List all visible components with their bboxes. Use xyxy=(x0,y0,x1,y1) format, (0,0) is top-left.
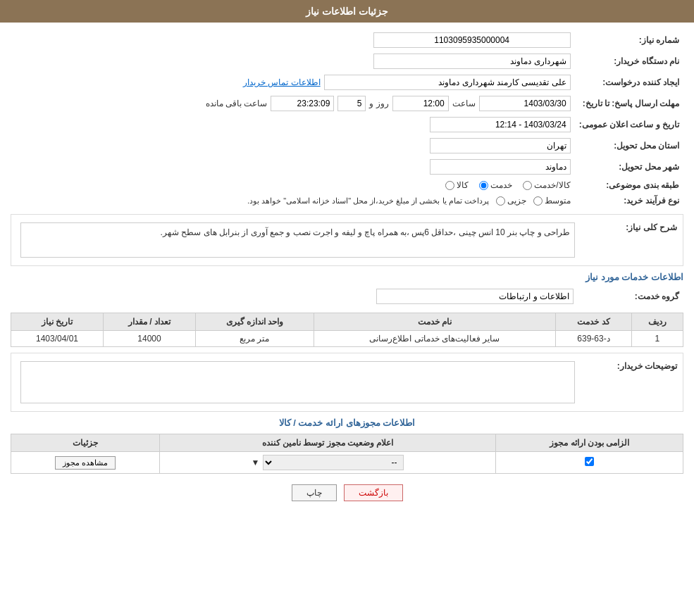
announce-input[interactable] xyxy=(430,117,571,132)
remaining-label: ساعت باقی مانده xyxy=(206,99,268,108)
col-row: ردیف xyxy=(631,313,683,331)
request-number-input[interactable] xyxy=(373,32,571,48)
creator-label: ایجاد کننده درخواست: xyxy=(575,72,683,93)
permit-col-details: جزئیات xyxy=(11,434,160,452)
deadline-label: مهلت ارسال پاسخ: تا تاریخ: xyxy=(575,93,683,114)
general-desc-row: شرح کلی نیاز: طراحی و چاپ بنر 10 انس چین… xyxy=(17,220,677,260)
col-code: کد خدمت xyxy=(556,313,632,331)
general-desc-box: طراحی و چاپ بنر 10 انس چینی ،حداقل 6پس ،… xyxy=(20,222,575,258)
cell-date: 1403/04/01 xyxy=(11,331,104,347)
page-title: جزئیات اطلاعات نیاز xyxy=(306,6,388,17)
col-unit: واحد اندازه گیری xyxy=(195,313,314,331)
purchase-description: پرداخت تمام یا بخشی از مبلغ خرید،از محل … xyxy=(247,196,489,206)
col-qty: تعداد / مقدار xyxy=(104,313,196,331)
contact-link[interactable]: اطلاعات تماس خریدار xyxy=(243,77,321,87)
general-desc-value: طراحی و چاپ بنر 10 انس چینی ،حداقل 6پس ،… xyxy=(17,220,578,260)
buyer-notes-label: توضیحات خریدار: xyxy=(578,359,677,373)
view-permit-button[interactable]: مشاهده مجوز xyxy=(55,456,116,470)
buyer-notes-value xyxy=(17,359,578,406)
buyer-notes-row: توضیحات خریدار: xyxy=(17,359,677,406)
page-header: جزئیات اطلاعات نیاز xyxy=(0,0,694,23)
bottom-buttons: بازگشت چاپ xyxy=(11,484,683,501)
back-button[interactable]: بازگشت xyxy=(344,484,403,501)
deadline-remaining-input[interactable] xyxy=(271,96,334,111)
permit-status-select[interactable]: -- xyxy=(263,455,404,470)
permits-title: اطلاعات مجوزهای ارائه خدمت / کالا xyxy=(11,417,683,428)
province-label: استان محل تحویل: xyxy=(575,135,683,156)
cell-row: 1 xyxy=(631,331,683,347)
category-kala-label: کالا xyxy=(457,180,469,190)
cell-code: د-63-639 xyxy=(556,331,632,347)
row-service-group: گروه خدمت: xyxy=(11,286,683,307)
permit-col-required: الزامی بودن ارائه مجوز xyxy=(496,434,683,452)
radio-motaset[interactable] xyxy=(533,196,543,206)
category-khedmat-item: خدمت xyxy=(479,180,512,190)
cell-unit: متر مربع xyxy=(195,331,314,347)
permit-status-cell: -- ▼ xyxy=(159,452,496,474)
service-group-input[interactable] xyxy=(376,289,574,304)
services-data-table: ردیف کد خدمت نام خدمت واحد اندازه گیری ت… xyxy=(11,313,683,347)
permits-table: الزامی بودن ارائه مجوز اعلام وضعیت مجوز … xyxy=(11,434,683,474)
col-name: نام خدمت xyxy=(314,313,555,331)
province-value xyxy=(11,135,575,156)
category-label: طبقه بندی موضوعی: xyxy=(575,177,683,193)
radio-kala[interactable] xyxy=(445,181,454,190)
buyer-org-label: نام دستگاه خریدار: xyxy=(575,51,683,72)
cell-qty: 14000 xyxy=(104,331,196,347)
time-label: ساعت xyxy=(452,99,476,108)
province-input[interactable] xyxy=(430,138,571,153)
permit-required-checkbox[interactable] xyxy=(585,457,594,466)
purchase-jozii-item: جزیی xyxy=(496,196,526,206)
request-number-value xyxy=(11,30,575,51)
city-label: شهر محل تحویل: xyxy=(575,156,683,177)
info-table: شماره نیاز: نام دستگاه خریدار: ایجاد کنن… xyxy=(11,30,683,208)
service-group-table: گروه خدمت: xyxy=(11,286,683,307)
table-row: 1 د-63-639 سایر فعالیت‌های خدماتی اطلاع‌… xyxy=(11,331,683,347)
main-content: شماره نیاز: نام دستگاه خریدار: ایجاد کنن… xyxy=(0,23,694,519)
row-province: استان محل تحویل: xyxy=(11,135,683,156)
request-number-label: شماره نیاز: xyxy=(575,30,683,51)
purchase-motaset-label: متوسط xyxy=(545,196,571,206)
col-date: تاریخ نیاز xyxy=(11,313,104,331)
creator-input[interactable] xyxy=(324,75,571,90)
row-buyer-org: نام دستگاه خریدار: xyxy=(11,51,683,72)
deadline-days-input[interactable] xyxy=(337,96,366,111)
city-input[interactable] xyxy=(430,159,571,175)
row-creator: ایجاد کننده درخواست: اطلاعات تماس خریدار xyxy=(11,72,683,93)
service-group-label: گروه خدمت: xyxy=(578,286,683,307)
general-desc-section: شرح کلی نیاز: طراحی و چاپ بنر 10 انس چین… xyxy=(11,214,683,266)
general-desc-text: طراحی و چاپ بنر 10 انس چینی ،حداقل 6پس ،… xyxy=(161,227,570,237)
permit-row: -- ▼ مشاهده مجوز xyxy=(11,452,683,474)
permit-details-cell: مشاهده مجوز xyxy=(11,452,160,474)
category-value: کالا/خدمت خدمت کالا xyxy=(11,177,575,193)
buyer-notes-box xyxy=(20,361,575,403)
service-group-value xyxy=(11,286,578,307)
radio-jozii[interactable] xyxy=(496,196,505,206)
days-label: روز و xyxy=(369,99,388,108)
radio-kala-khedmat[interactable] xyxy=(523,181,532,190)
purchase-jozii-label: جزیی xyxy=(507,196,526,206)
general-desc-label: شرح کلی نیاز: xyxy=(578,220,677,234)
services-title: اطلاعات خدمات مورد نیاز xyxy=(11,272,683,282)
print-button[interactable]: چاپ xyxy=(292,484,337,501)
chevron-icon: ▼ xyxy=(252,458,260,467)
row-deadline: مهلت ارسال پاسخ: تا تاریخ: ساعت روز و سا… xyxy=(11,93,683,114)
purchase-type-label: نوع فرآیند خرید: xyxy=(575,193,683,208)
announce-value xyxy=(11,114,575,135)
page-container: جزئیات اطلاعات نیاز شماره نیاز: نام دستگ… xyxy=(0,0,694,616)
deadline-time-input[interactable] xyxy=(392,96,449,111)
purchase-motaset-item: متوسط xyxy=(533,196,571,206)
permit-required-cell xyxy=(496,452,683,474)
deadline-date-input[interactable] xyxy=(479,96,571,111)
row-purchase-type: نوع فرآیند خرید: متوسط جزیی xyxy=(11,193,683,208)
announce-label: تاریخ و ساعت اعلان عمومی: xyxy=(575,114,683,135)
creator-value: اطلاعات تماس خریدار xyxy=(11,72,575,93)
permit-col-status: اعلام وضعیت مجوز توسط نامین کننده xyxy=(159,434,496,452)
category-khedmat-label: خدمت xyxy=(490,180,512,190)
city-value xyxy=(11,156,575,177)
purchase-type-value: متوسط جزیی پرداخت تمام یا بخشی از مبلغ خ… xyxy=(11,193,575,208)
buyer-notes-section: توضیحات خریدار: xyxy=(11,353,683,412)
buyer-org-input[interactable] xyxy=(373,54,571,69)
services-header-row: ردیف کد خدمت نام خدمت واحد اندازه گیری ت… xyxy=(11,313,683,331)
radio-khedmat[interactable] xyxy=(479,181,488,190)
